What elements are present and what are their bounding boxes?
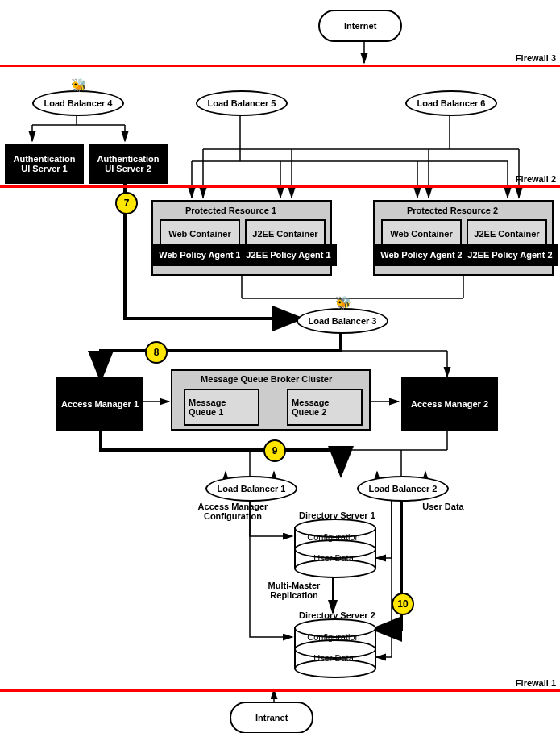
- pr1-title: Protected Resource 1: [185, 206, 276, 215]
- firewall-2-label: Firewall 2: [516, 174, 556, 184]
- ds2-userdata: User Data: [294, 653, 373, 663]
- load-balancer-2: Load Balancer 2: [357, 476, 449, 502]
- directory-server-1: Configuration User Data: [294, 519, 373, 575]
- load-balancer-6: Load Balancer 6: [405, 90, 497, 116]
- ds2-config: Configuration: [294, 632, 373, 642]
- firewall-3-label: Firewall 3: [516, 53, 556, 63]
- marker-10: 10: [392, 593, 414, 615]
- ds1-config: Configuration: [294, 532, 373, 542]
- load-balancer-1: Load Balancer 1: [205, 476, 297, 502]
- pr2-title: Protected Resource 2: [407, 206, 498, 215]
- marker-7: 7: [115, 192, 138, 214]
- bee-icon-2: 🐝: [335, 295, 351, 310]
- mq-title: Message Queue Broker Cluster: [201, 374, 332, 384]
- j2ee-policy-agent-1: J2EE Policy Agent 1: [240, 244, 337, 266]
- am-config-label: Access Manager Configuration: [189, 502, 277, 521]
- firewall-3-line: [0, 65, 560, 67]
- message-queue-1: Message Queue 1: [184, 389, 259, 426]
- web-policy-agent-2: Web Policy Agent 2: [375, 244, 468, 266]
- mmr-label: Multi-Master Replication: [258, 581, 330, 600]
- ds1-userdata: User Data: [294, 553, 373, 563]
- bee-icon: 🐝: [71, 77, 87, 93]
- marker-8: 8: [145, 341, 168, 364]
- mq-broker-cluster: Message Queue Broker Cluster Message Que…: [171, 369, 371, 431]
- firewall-1-line: [0, 689, 560, 692]
- access-manager-1: Access Manager 1: [56, 377, 143, 431]
- firewall-2-line: [0, 185, 560, 188]
- firewall-1-label: Firewall 1: [516, 678, 556, 688]
- marker-9: 9: [263, 439, 286, 462]
- j2ee-policy-agent-2: J2EE Policy Agent 2: [462, 244, 558, 266]
- directory-server-2: Configuration User Data: [294, 618, 373, 675]
- load-balancer-5: Load Balancer 5: [196, 90, 288, 116]
- load-balancer-3: Load Balancer 3: [297, 308, 388, 334]
- cloud-intranet: Intranet: [230, 702, 313, 733]
- cloud-internet: Internet: [318, 10, 402, 42]
- auth-ui-server-2: Authentication UI Server 2: [89, 144, 168, 184]
- message-queue-2: Message Queue 2: [287, 389, 363, 426]
- cloud-label: Internet: [344, 21, 376, 31]
- load-balancer-4: Load Balancer 4: [32, 90, 124, 116]
- web-policy-agent-1: Web Policy Agent 1: [153, 244, 247, 266]
- auth-ui-server-1: Authentication UI Server 1: [5, 144, 84, 184]
- cloud-label-intranet: Intranet: [255, 713, 288, 723]
- user-data-label: User Data: [411, 502, 475, 511]
- access-manager-2: Access Manager 2: [401, 377, 498, 431]
